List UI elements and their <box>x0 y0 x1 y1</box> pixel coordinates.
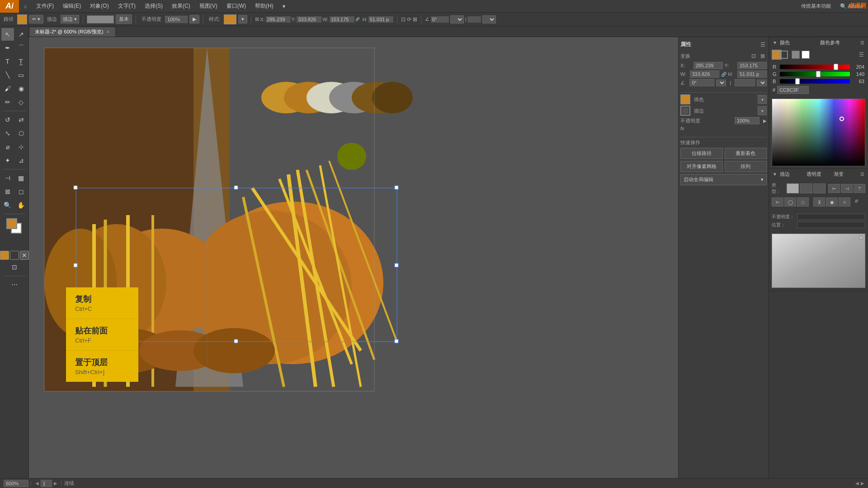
shear-input[interactable] <box>467 16 481 23</box>
align-left[interactable]: ⊢ <box>828 184 840 193</box>
btn-align-pixel[interactable]: 对齐像素网格 <box>680 161 723 172</box>
opacity-expand2[interactable]: ▶ <box>763 118 767 123</box>
style-expand[interactable]: ▾ <box>238 15 247 23</box>
menu-object[interactable]: 对象(O) <box>85 0 113 12</box>
scroll-right[interactable]: ▶ <box>861 481 864 486</box>
transform-icon1[interactable]: ⊡ <box>750 52 758 60</box>
shaper-tool[interactable]: ◇ <box>15 96 28 108</box>
style-swatch[interactable] <box>224 14 236 24</box>
w-coord-input[interactable]: 153.175 <box>330 16 354 23</box>
menu-view[interactable]: 视图(V) <box>195 0 222 12</box>
blend-normal[interactable] <box>787 183 799 193</box>
btn-arrange[interactable]: 排列 <box>725 161 767 172</box>
color-panel-options[interactable]: ☰ <box>857 51 865 59</box>
h-coord-input[interactable]: 51.031 p <box>368 16 393 23</box>
blob-tool[interactable]: ◉ <box>15 82 28 95</box>
tab-close-btn[interactable]: ✕ <box>106 29 110 34</box>
gradient-options[interactable] <box>859 236 863 239</box>
angle-select[interactable] <box>450 15 464 23</box>
reflect-tool[interactable]: ⇄ <box>15 113 28 126</box>
fill-color-swatch[interactable] <box>680 94 690 104</box>
btn-global-edit[interactable]: 启动全局编辑 ▾ <box>680 174 767 185</box>
cap-butt[interactable]: ⊢ <box>772 197 783 206</box>
workspace-select[interactable]: 传统基本功能 <box>797 0 835 12</box>
stroke-swatch[interactable] <box>780 51 788 59</box>
shear-tool[interactable]: ⬡ <box>15 127 28 140</box>
props-icon1[interactable]: ☰ <box>759 41 767 49</box>
hex-input[interactable]: CC8C3F <box>777 86 809 94</box>
opacity-expand[interactable]: ▶ <box>189 15 199 23</box>
y-coord-input[interactable]: 333.826 <box>297 16 321 23</box>
btn-offset-path[interactable]: 位移路径 <box>680 148 723 159</box>
tab-document[interactable]: 未标题-2* @ 600% (RGB/预览) ✕ <box>29 27 116 37</box>
menu-effect[interactable]: 效果(C) <box>167 0 195 12</box>
align-center[interactable]: ⊣ <box>841 184 853 193</box>
g-slider[interactable] <box>780 72 850 76</box>
color-mode1[interactable] <box>792 51 800 59</box>
transform-h-input[interactable]: 51.031 p <box>737 70 767 78</box>
mode-dropdown[interactable]: 描边 ▾ <box>61 15 79 23</box>
stroke-color-swatch[interactable] <box>17 14 27 24</box>
more-tools[interactable]: ⋯ <box>8 278 21 291</box>
stroke-expand[interactable]: ▾ <box>758 106 767 115</box>
shear-val-input[interactable] <box>735 79 755 86</box>
angle-val-input[interactable] <box>689 79 714 86</box>
curvature-tool[interactable]: ⌒ <box>15 42 28 54</box>
cap-round[interactable]: ◯ <box>784 197 796 206</box>
stroke-color-swatch2[interactable] <box>680 106 690 116</box>
context-menu-paste-front[interactable]: 贴在前面 Ctrl+F <box>66 319 138 350</box>
shear-select[interactable] <box>482 15 496 23</box>
column-graph[interactable]: ▦ <box>15 172 28 184</box>
menu-help[interactable]: 帮助(H) <box>250 0 278 12</box>
btn-recolor[interactable]: 重新着色 <box>725 148 767 159</box>
color-mode2[interactable] <box>802 51 810 59</box>
rotate-tool[interactable]: ↺ <box>1 113 14 126</box>
menu-expand[interactable]: ▾ <box>278 0 290 12</box>
scroll-left[interactable]: ◀ <box>855 481 859 486</box>
text-tool[interactable]: T <box>1 55 14 68</box>
r-slider[interactable] <box>780 65 850 69</box>
zoom-input[interactable] <box>4 480 28 487</box>
pen-tool[interactable]: ✒ <box>1 42 14 54</box>
rect-tool[interactable]: ▭ <box>15 69 28 81</box>
perspective-tool[interactable]: ⊿ <box>15 154 28 167</box>
direct-select-tool[interactable]: ↗ <box>15 28 28 41</box>
free-transform[interactable]: ⊹ <box>15 141 28 153</box>
link-toggle[interactable]: 🔗 <box>355 17 362 21</box>
menu-edit[interactable]: 编辑(E) <box>58 0 85 12</box>
menu-window[interactable]: 窗口(W) <box>222 0 250 12</box>
paintbrush-tool[interactable]: 🖌 <box>1 82 14 95</box>
x-coord-input[interactable]: 285.239 <box>266 16 291 23</box>
selection-tool[interactable]: ↖ <box>1 28 14 41</box>
hand-tool[interactable]: ✋ <box>15 199 28 211</box>
basic-btn[interactable]: 基本 <box>116 14 132 24</box>
transform-w-input[interactable]: 333.826 <box>690 70 719 78</box>
join-miter[interactable]: ⊻ <box>813 197 825 206</box>
page-input[interactable] <box>41 480 52 487</box>
home-btn[interactable]: ⌂ <box>19 0 32 13</box>
b-slider[interactable] <box>780 79 850 84</box>
menu-select[interactable]: 选择(S) <box>140 0 167 12</box>
line-style-box[interactable] <box>87 15 114 23</box>
menu-file[interactable]: 文件(F) <box>32 0 58 12</box>
opacity-input[interactable] <box>165 16 188 23</box>
eraser-tool[interactable]: ◻ <box>15 185 28 198</box>
link-wh[interactable]: 🔗 <box>721 72 726 77</box>
touch-type-tool[interactable]: T̲ <box>15 55 28 68</box>
scale-tool[interactable]: ⤡ <box>1 127 14 140</box>
transform-x-input[interactable]: 285.239 <box>693 62 723 69</box>
brush-select[interactable]: ✏ ▾ <box>29 15 43 23</box>
foreground-color[interactable] <box>6 218 17 229</box>
join-round[interactable]: ◉ <box>826 197 838 206</box>
stroke-icon[interactable]: ⌀ <box>855 197 858 206</box>
blend-screen[interactable] <box>813 183 826 193</box>
transform-y-input[interactable]: 153.175 <box>737 62 767 69</box>
blend-multiply[interactable] <box>800 183 812 193</box>
context-menu-bring-to-top[interactable]: 置于顶层 Shift+Ctrl+] <box>66 351 138 382</box>
color-spectrum[interactable] <box>772 99 865 166</box>
angle-input[interactable] <box>431 16 449 23</box>
pencil-tool[interactable]: ✏ <box>1 96 14 108</box>
fill-expand[interactable]: ▾ <box>758 95 767 104</box>
zoom-tool[interactable]: 🔍 <box>1 199 14 211</box>
menu-text[interactable]: 文字(T) <box>113 0 140 12</box>
